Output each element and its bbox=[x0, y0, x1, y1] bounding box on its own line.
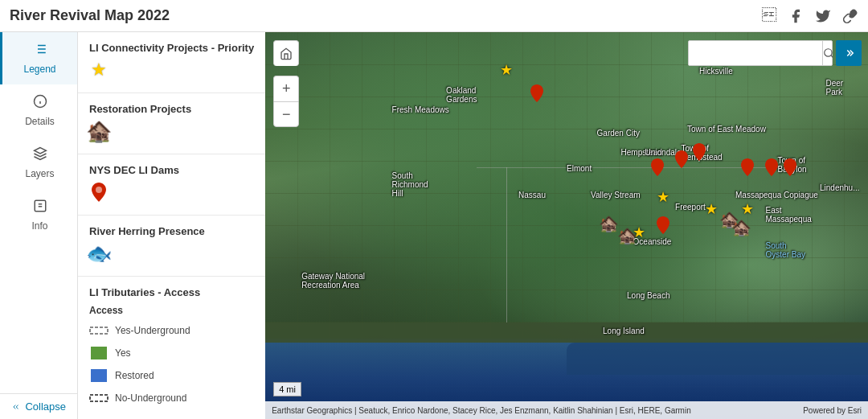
marker-star-4[interactable]: ★ bbox=[741, 200, 754, 218]
marker-restoration-4[interactable]: 🏚️ bbox=[731, 218, 751, 237]
legend-section-connectivity: LI Connectivity Projects - Priority ★ bbox=[78, 32, 265, 93]
layers-icon bbox=[33, 146, 47, 165]
label-hicksville: Hicksville bbox=[699, 67, 733, 76]
connectivity-title: LI Connectivity Projects - Priority bbox=[89, 42, 254, 54]
herring-icon: 🐟 bbox=[89, 244, 108, 263]
label-south-oyster-bay: SouthOyster Bay bbox=[766, 241, 805, 259]
zoom-in-button[interactable]: + bbox=[273, 76, 299, 101]
map-search-input[interactable] bbox=[689, 47, 822, 59]
label-lindenhu: Lindenhu... bbox=[820, 183, 860, 192]
sidebar-item-details[interactable]: Details bbox=[0, 84, 77, 137]
sidebar-item-layers[interactable]: Layers bbox=[0, 137, 77, 189]
marker-dam-8[interactable] bbox=[657, 216, 669, 237]
collapse-label: Collapse bbox=[25, 401, 66, 413]
app-header: River Revival Map 2022  bbox=[0, 0, 868, 32]
sidebar-item-legend[interactable]: Legend bbox=[0, 32, 77, 84]
access-yes: Yes bbox=[89, 343, 254, 363]
legend-panel: LI Connectivity Projects - Priority ★ Re… bbox=[78, 32, 265, 419]
label-oakland-gardens: OaklandGardens bbox=[446, 86, 477, 104]
yes-icon bbox=[89, 343, 108, 363]
access-no-underground-label: No-Underground bbox=[115, 392, 186, 404]
access-restored-label: Restored bbox=[115, 370, 154, 381]
access-no-underground: No-Underground bbox=[89, 388, 254, 408]
powered-by-esri: Powered by Esri bbox=[803, 406, 862, 415]
dams-item bbox=[89, 183, 254, 202]
svg-point-18 bbox=[825, 49, 832, 56]
label-deer-park: DeerPark bbox=[826, 79, 844, 97]
sidebar-label-details: Details bbox=[25, 116, 55, 127]
map-expand-button[interactable] bbox=[836, 40, 862, 66]
svg-rect-15 bbox=[91, 347, 107, 359]
marker-dam-5[interactable] bbox=[741, 158, 754, 179]
yes-underground-icon bbox=[89, 321, 108, 340]
label-copiague: Copiague bbox=[784, 191, 818, 199]
attribution-text: Earthstar Geographics | Seatuck, Enrico … bbox=[272, 406, 691, 415]
link-icon[interactable] bbox=[842, 8, 858, 24]
header-icon-group:  bbox=[762, 7, 858, 24]
svg-marker-9 bbox=[34, 148, 46, 154]
sidebar-label-legend: Legend bbox=[23, 64, 55, 75]
twitter-icon[interactable] bbox=[815, 8, 831, 24]
restoration-item: 🏚️ bbox=[89, 121, 254, 141]
label-long-beach: Long Beach bbox=[627, 291, 669, 300]
map-attribution: Earthstar Geographics | Seatuck, Enrico … bbox=[265, 401, 868, 419]
label-hempstead: Hempstead bbox=[621, 148, 662, 157]
svg-rect-14 bbox=[90, 327, 108, 334]
label-garden-city: Garden City bbox=[597, 129, 640, 138]
svg-line-19 bbox=[831, 55, 833, 58]
main-content: Legend Details Layers Info Collapse bbox=[0, 32, 868, 419]
marker-star-1[interactable]: ★ bbox=[500, 61, 513, 79]
marker-dam-2[interactable] bbox=[651, 158, 664, 179]
restoration-icon: 🏚️ bbox=[89, 121, 108, 141]
legend-section-tributaries: LI Tributaries - Access Access Yes-Under… bbox=[78, 277, 265, 419]
svg-rect-16 bbox=[91, 369, 107, 382]
legend-icon bbox=[33, 42, 47, 60]
restoration-title: Restoration Projects bbox=[89, 103, 254, 115]
marker-dam-6[interactable] bbox=[765, 158, 778, 179]
marker-dam-3[interactable] bbox=[675, 150, 688, 171]
map-search-button[interactable] bbox=[822, 41, 834, 65]
access-yes-underground-label: Yes-Underground bbox=[115, 325, 190, 336]
label-freeport: Freeport bbox=[675, 203, 706, 212]
collapse-button[interactable]: Collapse bbox=[0, 393, 77, 419]
map-container[interactable]: OaklandGardens Fresh Meadows Hicksville … bbox=[265, 32, 868, 419]
marker-restoration-1[interactable]: 🏚️ bbox=[599, 214, 619, 233]
barrier-island bbox=[265, 322, 868, 343]
no-underground-icon bbox=[89, 388, 108, 408]
map-controls: + − bbox=[273, 40, 299, 127]
dam-pin-icon bbox=[89, 183, 108, 202]
home-button[interactable] bbox=[273, 40, 299, 66]
scale-bar: 4 mi bbox=[273, 382, 301, 396]
access-heading: Access bbox=[89, 305, 254, 316]
marker-star-2[interactable]: ★ bbox=[657, 188, 669, 206]
label-south-richmond: SouthRichmondHill bbox=[392, 171, 428, 198]
sidebar-nav: Legend Details Layers Info Collapse bbox=[0, 32, 78, 419]
herring-title: River Herring Presence bbox=[89, 225, 254, 237]
marker-dam-4[interactable] bbox=[693, 143, 706, 164]
access-yes-label: Yes bbox=[115, 347, 131, 359]
marker-dam-7[interactable] bbox=[784, 158, 796, 179]
marker-dam-1[interactable] bbox=[530, 84, 543, 105]
svg-point-13 bbox=[96, 187, 102, 193]
map-search-bar[interactable] bbox=[688, 40, 833, 66]
label-east-massapequa: EastMassapequa bbox=[766, 206, 812, 224]
sidebar-item-info[interactable]: Info bbox=[0, 189, 77, 241]
legend-section-dams: NYS DEC LI Dams bbox=[78, 154, 265, 216]
label-gateway: Gateway NationalRecreation Area bbox=[301, 272, 365, 290]
label-nassau: Nassau bbox=[518, 191, 546, 199]
road-horizontal bbox=[477, 167, 778, 168]
access-yes-underground: Yes-Underground bbox=[89, 321, 254, 340]
access-restored: Restored bbox=[89, 366, 254, 385]
app-title: River Revival Map 2022 bbox=[10, 7, 170, 24]
facebook-icon[interactable]:  bbox=[762, 7, 776, 24]
marker-restoration-2[interactable]: 🏚️ bbox=[617, 226, 637, 245]
road-nassau bbox=[506, 167, 507, 322]
legend-scroll-area[interactable]: LI Connectivity Projects - Priority ★ Re… bbox=[78, 32, 265, 419]
label-east-meadow: Town of East Meadow bbox=[687, 125, 766, 134]
zoom-out-button[interactable]: − bbox=[273, 101, 299, 127]
connectivity-item-star: ★ bbox=[89, 60, 254, 80]
sidebar-label-layers: Layers bbox=[25, 168, 54, 179]
marker-star-3[interactable]: ★ bbox=[705, 200, 718, 218]
south-oyster-bay bbox=[567, 343, 868, 375]
facebook-icon[interactable] bbox=[788, 8, 804, 24]
